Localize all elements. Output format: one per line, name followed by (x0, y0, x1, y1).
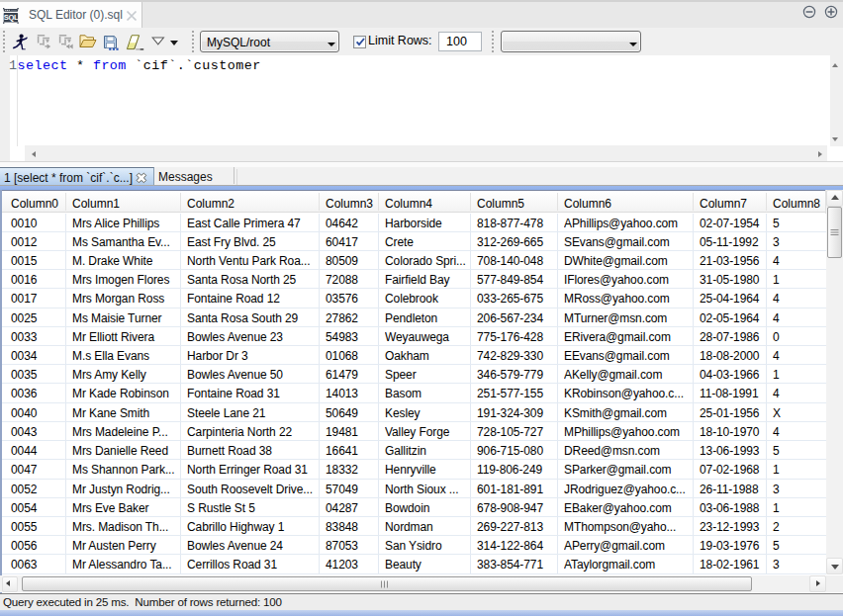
svg-text:SQL: SQL (4, 13, 19, 22)
